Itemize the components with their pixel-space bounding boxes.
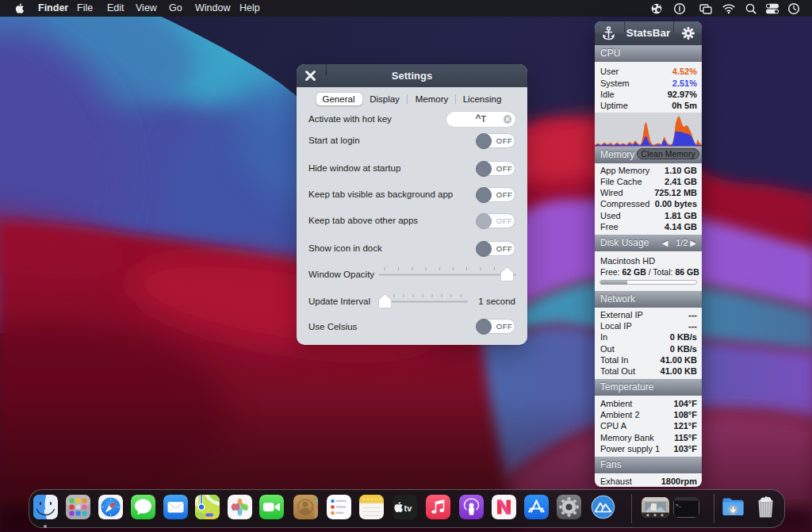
svg-text:>_: >_ <box>676 503 682 508</box>
svg-text:tv: tv <box>404 503 412 513</box>
